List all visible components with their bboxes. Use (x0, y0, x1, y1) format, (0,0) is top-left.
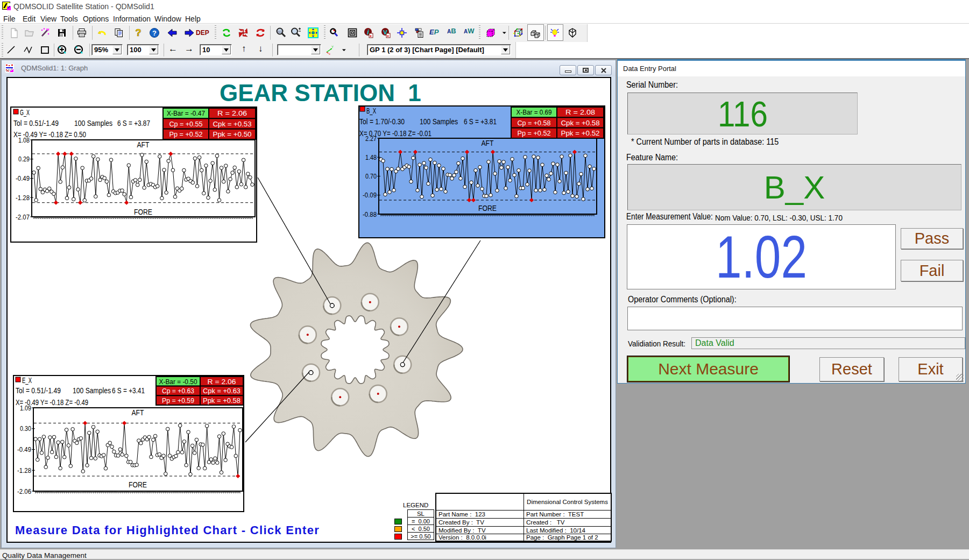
svg-text:Y: Y (331, 45, 334, 48)
svg-text:w: w (46, 27, 49, 31)
svg-text:?: ? (136, 27, 142, 38)
svg-text:?: ? (152, 29, 157, 37)
svg-text:ISO: ISO (278, 30, 282, 33)
svg-text:x: x (329, 52, 330, 55)
